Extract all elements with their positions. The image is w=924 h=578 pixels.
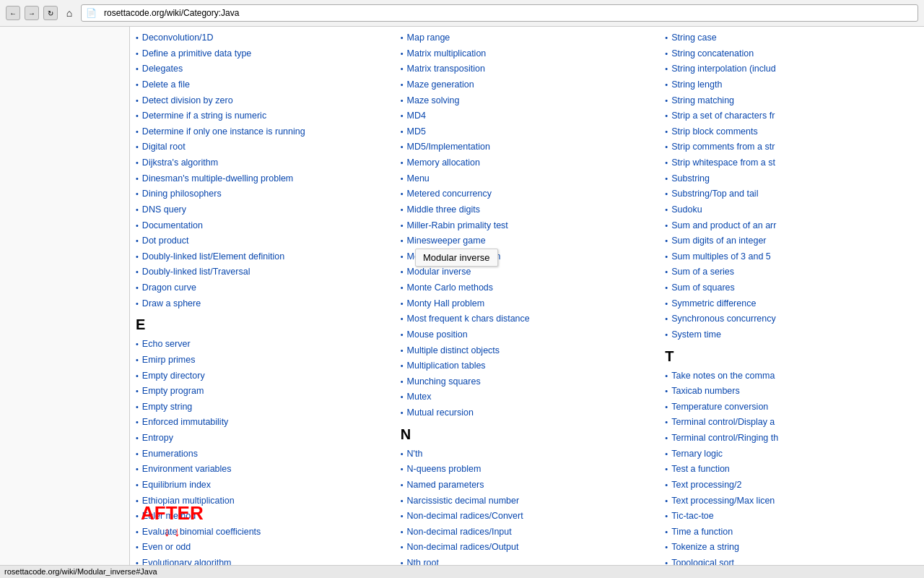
link-sudoku[interactable]: Sudoku bbox=[671, 204, 702, 215]
forward-button[interactable]: → bbox=[25, 6, 39, 20]
link-equilibrium[interactable]: Equilibrium index bbox=[142, 480, 211, 490]
link-non-decimal-input[interactable]: Non-decimal radices/Input bbox=[407, 527, 512, 537]
link-md4[interactable]: MD4 bbox=[407, 111, 426, 121]
link-dragon-curve[interactable]: Dragon curve bbox=[142, 282, 196, 293]
link-modular-exp[interactable]: Modular exponentiation bbox=[407, 251, 501, 262]
link-terminal-display[interactable]: Terminal control/Display a bbox=[671, 417, 775, 427]
link-string-length[interactable]: String length bbox=[671, 79, 722, 90]
link-dns[interactable]: DNS query bbox=[142, 204, 186, 215]
link-strip-chars[interactable]: Strip a set of characters fr bbox=[671, 111, 775, 121]
link-emirp[interactable]: Emirp primes bbox=[142, 355, 196, 365]
link-multiple-distinct[interactable]: Multiple distinct objects bbox=[407, 345, 500, 355]
link-string-case[interactable]: String case bbox=[671, 33, 717, 43]
link-tic-tac-toe[interactable]: Tic-tac-toe bbox=[671, 511, 714, 521]
link-named-params[interactable]: Named parameters bbox=[407, 480, 484, 490]
link-narcissistic[interactable]: Narcissistic decimal number bbox=[407, 496, 520, 506]
link-strip-block[interactable]: Strip block comments bbox=[671, 126, 757, 137]
link-matrix-trans[interactable]: Matrix transposition bbox=[407, 64, 485, 74]
link-detect-division[interactable]: Detect division by zero bbox=[142, 95, 233, 105]
link-temp-conversion[interactable]: Temperature conversion bbox=[671, 402, 768, 412]
back-button[interactable]: ← bbox=[6, 6, 20, 20]
link-monty-hall[interactable]: Monty Hall problem bbox=[407, 298, 485, 309]
link-symmetric-diff[interactable]: Symmetric difference bbox=[671, 298, 756, 309]
link-mutual-recursion[interactable]: Mutual recursion bbox=[407, 407, 474, 418]
link-sum-series[interactable]: Sum of a series bbox=[671, 267, 734, 277]
link-digital-root[interactable]: Digital root bbox=[142, 142, 186, 152]
link-dot-product[interactable]: Dot product bbox=[142, 236, 189, 246]
link-middle-three[interactable]: Middle three digits bbox=[407, 204, 480, 215]
reload-button[interactable]: ↻ bbox=[43, 6, 58, 20]
link-sum-squares[interactable]: Sum of squares bbox=[671, 282, 735, 293]
link-draw-sphere[interactable]: Draw a sphere bbox=[142, 298, 201, 309]
link-echo-server[interactable]: Echo server bbox=[142, 339, 191, 349]
link-maze-gen[interactable]: Maze generation bbox=[407, 79, 474, 90]
link-sum-multiples[interactable]: Sum multiples of 3 and 5 bbox=[671, 251, 771, 262]
link-non-decimal-output[interactable]: Non-decimal radices/Output bbox=[407, 542, 519, 552]
link-strip-whitespace[interactable]: Strip whitespace from a st bbox=[671, 158, 775, 168]
link-string-matching[interactable]: String matching bbox=[671, 95, 734, 105]
link-determine-numeric[interactable]: Determine if a string is numeric bbox=[142, 111, 266, 121]
link-taxicab[interactable]: Taxicab numbers bbox=[671, 386, 740, 396]
link-ternary-logic[interactable]: Ternary logic bbox=[671, 449, 723, 459]
link-tokenize[interactable]: Tokenize a string bbox=[671, 542, 739, 552]
link-substring[interactable]: Substring bbox=[671, 173, 710, 184]
link-test-function[interactable]: Test a function bbox=[671, 464, 730, 474]
link-substring-top-tail[interactable]: Substring/Top and tail bbox=[671, 189, 758, 199]
link-synchronous[interactable]: Synchronous concurrency bbox=[671, 314, 776, 324]
link-strip-comments[interactable]: Strip comments from a str bbox=[671, 142, 775, 152]
link-md5-impl[interactable]: MD5/Implementation bbox=[407, 142, 490, 152]
link-even-odd[interactable]: Even or odd bbox=[142, 542, 191, 552]
link-nth[interactable]: N'th bbox=[407, 449, 423, 459]
link-empty-string[interactable]: Empty string bbox=[142, 402, 192, 412]
link-mutex[interactable]: Mutex bbox=[407, 392, 432, 402]
list-item: Determine if only one instance is runnin… bbox=[136, 124, 389, 139]
link-doubly-traversal[interactable]: Doubly-linked list/Traversal bbox=[142, 267, 250, 277]
link-n-queens[interactable]: N-queens problem bbox=[407, 464, 481, 474]
link-map-range[interactable]: Map range bbox=[407, 33, 450, 43]
link-entropy[interactable]: Entropy bbox=[142, 433, 173, 443]
link-empty-program[interactable]: Empty program bbox=[142, 386, 204, 396]
link-empty-dir[interactable]: Empty directory bbox=[142, 371, 205, 381]
link-dining[interactable]: Dining philosophers bbox=[142, 189, 222, 199]
link-determine-instance[interactable]: Determine if only one instance is runnin… bbox=[142, 126, 305, 137]
link-munching[interactable]: Munching squares bbox=[407, 376, 481, 387]
link-sum-digits[interactable]: Sum digits of an integer bbox=[671, 236, 766, 246]
link-md5[interactable]: MD5 bbox=[407, 126, 426, 137]
link-most-frequent[interactable]: Most frequent k chars distance bbox=[407, 314, 530, 324]
link-time-function[interactable]: Time a function bbox=[671, 527, 733, 537]
link-env-vars[interactable]: Environment variables bbox=[142, 464, 232, 474]
link-sum-product[interactable]: Sum and product of an arr bbox=[671, 220, 776, 230]
link-modular-inverse[interactable]: Modular inverse bbox=[407, 267, 471, 277]
link-deconvolution[interactable]: Deconvolution/1D bbox=[142, 33, 214, 43]
link-miller-rabin[interactable]: Miller-Rabin primality test bbox=[407, 220, 508, 230]
link-dinesman[interactable]: Dinesman's multiple-dwelling problem bbox=[142, 173, 293, 184]
link-terminal-ring[interactable]: Terminal control/Ringing th bbox=[671, 433, 778, 443]
home-button[interactable]: ⌂ bbox=[62, 6, 77, 20]
address-input[interactable] bbox=[100, 7, 913, 20]
link-documentation[interactable]: Documentation bbox=[142, 220, 203, 230]
link-mult-tables[interactable]: Multiplication tables bbox=[407, 361, 486, 371]
link-mouse-pos[interactable]: Mouse position bbox=[407, 329, 468, 340]
link-enforced[interactable]: Enforced immutability bbox=[142, 417, 229, 427]
link-matrix-mult[interactable]: Matrix multiplication bbox=[407, 48, 487, 59]
link-delete-file[interactable]: Delete a file bbox=[142, 79, 190, 90]
link-maze-solving[interactable]: Maze solving bbox=[407, 95, 460, 105]
link-metered[interactable]: Metered concurrency bbox=[407, 189, 492, 199]
link-delegates[interactable]: Delegates bbox=[142, 64, 183, 74]
main-area: Deconvolution/1D Define a primitive data… bbox=[130, 27, 924, 576]
link-text-proc-max[interactable]: Text processing/Max licen bbox=[671, 496, 775, 506]
link-text-proc-2[interactable]: Text processing/2 bbox=[671, 480, 741, 490]
link-string-concat[interactable]: String concatenation bbox=[671, 48, 754, 59]
link-string-interp[interactable]: String interpolation (includ bbox=[671, 64, 776, 74]
link-memory-alloc[interactable]: Memory allocation bbox=[407, 158, 480, 168]
link-minesweeper[interactable]: Minesweeper game bbox=[407, 236, 486, 246]
link-dijkstra[interactable]: Dijkstra's algorithm bbox=[142, 158, 218, 168]
link-non-decimal-convert[interactable]: Non-decimal radices/Convert bbox=[407, 511, 523, 521]
link-take-notes[interactable]: Take notes on the comma bbox=[671, 371, 775, 381]
link-define-primitive[interactable]: Define a primitive data type bbox=[142, 48, 251, 59]
link-enumerations[interactable]: Enumerations bbox=[142, 449, 198, 459]
link-monte-carlo[interactable]: Monte Carlo methods bbox=[407, 282, 494, 293]
link-menu[interactable]: Menu bbox=[407, 173, 430, 184]
link-system-time[interactable]: System time bbox=[671, 329, 721, 340]
link-doubly-element[interactable]: Doubly-linked list/Element definition bbox=[142, 251, 284, 262]
